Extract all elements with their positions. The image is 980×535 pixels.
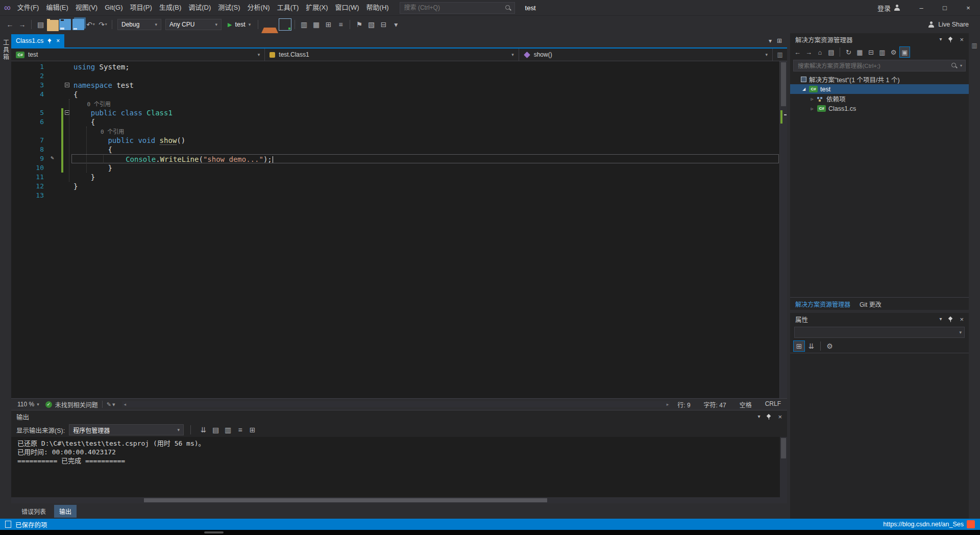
output-next-message-icon[interactable]: [222, 424, 234, 435]
close-button[interactable]: [957, 0, 980, 15]
window-position-icon[interactable]: [939, 317, 942, 322]
close-panel-icon[interactable]: [778, 414, 782, 420]
code-editor[interactable]: 1using System;23namespace test4{ 0 个引用5 …: [11, 61, 787, 398]
line-tools-icon[interactable]: [335, 19, 347, 30]
se-forward-icon[interactable]: [803, 46, 814, 58]
editor-vertical-scrollbar[interactable]: [779, 61, 787, 398]
code-line[interactable]: 1using System;: [11, 62, 780, 71]
scrollbar-thumb[interactable]: [781, 438, 786, 458]
output-goto-message-icon[interactable]: [198, 424, 209, 435]
output-clear-all-icon[interactable]: [247, 424, 258, 435]
quick-search-input[interactable]: [403, 4, 502, 12]
props-alphabetical-icon[interactable]: [805, 341, 817, 352]
properties-object-dropdown[interactable]: [794, 327, 965, 338]
tree-item-dependencies[interactable]: 依赖项: [790, 94, 969, 104]
find-in-files-icon[interactable]: [298, 19, 310, 30]
tree-item-project-test[interactable]: test: [790, 84, 969, 94]
pin-tab-icon[interactable]: [47, 38, 52, 43]
spaces-indicator[interactable]: 空格: [740, 400, 752, 409]
tab-git-changes[interactable]: Git 更改: [860, 300, 881, 308]
se-show-all-files-icon[interactable]: [877, 46, 888, 58]
pin-panel-icon[interactable]: [766, 414, 772, 420]
active-files-dropdown-icon[interactable]: [769, 38, 772, 44]
save-all-icon[interactable]: [72, 19, 84, 30]
code-line[interactable]: 10 }: [11, 163, 780, 173]
toolbox-vertical-tab[interactable]: 工具箱: [2, 39, 10, 519]
se-refresh-icon[interactable]: [843, 46, 854, 58]
scroll-right-icon[interactable]: [667, 402, 669, 407]
menu-item[interactable]: 测试(S): [214, 0, 243, 15]
outline-collapse-icon[interactable]: [65, 83, 69, 87]
se-back-icon[interactable]: [792, 46, 803, 58]
undo-icon[interactable]: [85, 19, 96, 30]
props-categorized-icon[interactable]: [793, 341, 805, 352]
se-switch-views-icon[interactable]: [826, 46, 837, 58]
expander-icon[interactable]: [810, 96, 815, 102]
code-line[interactable]: 0 个引用: [11, 127, 780, 136]
menu-item[interactable]: 文件(F): [14, 0, 43, 15]
new-file-icon[interactable]: [35, 19, 46, 30]
pin-panel-icon[interactable]: [948, 36, 953, 43]
uncomment-icon[interactable]: [378, 19, 389, 30]
expander-icon[interactable]: [810, 106, 815, 111]
menu-item[interactable]: 编辑(E): [42, 0, 71, 15]
tab-class1-cs[interactable]: Class1.cs: [11, 34, 64, 47]
autohide-tab-icon[interactable]: [971, 42, 977, 48]
close-panel-icon[interactable]: [960, 316, 964, 323]
editor-extras-dropdown[interactable]: [107, 402, 115, 407]
member-dropdown[interactable]: show(): [519, 48, 773, 61]
output-horizontal-scrollbar[interactable]: [11, 497, 787, 503]
code-line[interactable]: 3namespace test: [11, 81, 780, 90]
close-panel-icon[interactable]: [960, 36, 964, 43]
code-line[interactable]: 12}: [11, 182, 780, 191]
redo-icon[interactable]: [97, 19, 109, 30]
code-line[interactable]: 5 public class Class1: [11, 108, 780, 117]
code-line[interactable]: 9 Console.WriteLine("show demo...");: [11, 154, 780, 163]
solution-search-box[interactable]: [793, 60, 966, 71]
code-line[interactable]: 11 }: [11, 173, 780, 182]
tree-item-solution[interactable]: 解决方案"test"(1 个项目/共 1 个): [790, 75, 969, 84]
window-layout-icon[interactable]: [777, 38, 782, 44]
scrollbar-thumb[interactable]: [144, 498, 547, 502]
code-line[interactable]: 0 个引用: [11, 99, 780, 108]
nav-forward-icon[interactable]: [16, 19, 28, 30]
menu-item[interactable]: 项目(P): [127, 0, 156, 15]
code-line[interactable]: 13: [11, 191, 780, 200]
document-outline-icon[interactable]: [773, 48, 787, 61]
code-line[interactable]: 2: [11, 71, 780, 81]
menu-item[interactable]: 生成(B): [156, 0, 185, 15]
se-collapse-all-icon[interactable]: [866, 46, 876, 58]
solution-platform-dropdown[interactable]: Any CPU: [165, 19, 222, 30]
project-dropdown[interactable]: test: [11, 48, 265, 61]
open-file-icon[interactable]: [47, 20, 59, 31]
se-nest-icon[interactable]: [854, 46, 865, 58]
scrollbar-thumb[interactable]: [781, 62, 786, 106]
se-properties-icon[interactable]: [888, 46, 899, 58]
output-text-area[interactable]: 已还原 D:\C#\test\test\test.csproj (用时 56 m…: [11, 437, 787, 497]
bookmark-icon[interactable]: [353, 19, 365, 30]
start-debugging-button[interactable]: test: [224, 18, 254, 31]
editor-horizontal-scrollbar[interactable]: [122, 401, 670, 407]
output-word-wrap-icon[interactable]: [234, 424, 246, 435]
nav-back-icon[interactable]: [4, 19, 16, 30]
menu-item[interactable]: 扩展(X): [302, 0, 331, 15]
menu-item[interactable]: 帮助(H): [363, 0, 393, 15]
save-icon[interactable]: [59, 19, 71, 30]
quick-search-box[interactable]: [400, 2, 515, 14]
maximize-button[interactable]: [933, 0, 957, 15]
tree-item-class1-file[interactable]: Class1.cs: [790, 104, 969, 113]
sign-in-button[interactable]: 登录: [877, 3, 900, 13]
menu-item[interactable]: 视图(V): [72, 0, 101, 15]
se-sync-active-icon[interactable]: [899, 46, 910, 58]
pin-panel-icon[interactable]: [948, 316, 953, 323]
preview-window-icon[interactable]: [279, 18, 291, 31]
tab-error-list[interactable]: 错误列表: [16, 505, 51, 518]
solution-search-input[interactable]: [797, 62, 948, 69]
scroll-left-icon[interactable]: [124, 402, 126, 407]
code-map-icon[interactable]: [323, 19, 334, 30]
type-dropdown[interactable]: test.Class1: [265, 48, 519, 61]
code-line[interactable]: 6 {: [11, 117, 780, 127]
tab-solution-explorer[interactable]: 解决方案资源管理器: [795, 300, 850, 308]
code-line[interactable]: 7 public void show(): [11, 136, 780, 145]
live-share-button[interactable]: Live Share: [928, 21, 969, 28]
